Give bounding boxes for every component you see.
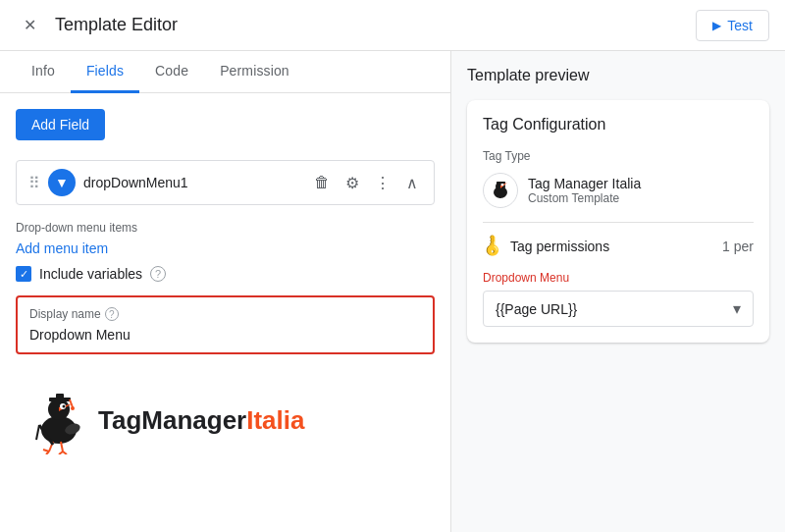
collapse-icon: ∧ — [406, 175, 418, 191]
dropdown-items-label: Drop-down menu items — [16, 221, 435, 235]
dropdown-select[interactable]: {{Page URL}} ▾ — [483, 291, 754, 327]
gear-field-button[interactable]: ⚙ — [341, 170, 363, 196]
logo-text-black: TagManager — [98, 405, 246, 435]
expand-icon: ▼ — [55, 175, 69, 190]
field-row: ⠿ ▼ dropDownMenu1 🗑 ⚙ ⋮ — [16, 160, 435, 362]
tag-subtitle: Custom Template — [528, 191, 641, 205]
svg-line-13 — [59, 452, 63, 454]
svg-line-14 — [63, 452, 67, 454]
left-panel: Info Fields Code Permission Add Field ⠿ … — [0, 51, 451, 532]
close-button[interactable]: ✕ — [16, 12, 43, 39]
dropdown-menu-label: Dropdown Menu — [483, 271, 754, 285]
play-icon: ▶ — [712, 19, 721, 32]
include-variables-checkbox[interactable]: ✓ — [16, 266, 31, 282]
tabs: Info Fields Code Permission — [0, 51, 450, 93]
logo-text: TagManagerItalia — [98, 407, 304, 433]
top-bar-left: ✕ Template Editor — [16, 12, 178, 39]
dropdown-arrow-icon: ▾ — [733, 299, 741, 318]
field-name-label: dropDownMenu1 — [83, 175, 302, 190]
field-expand-button[interactable]: ▼ — [48, 169, 76, 196]
page-title: Template Editor — [55, 15, 178, 35]
dropdown-menu-section: Dropdown Menu {{Page URL}} ▾ — [483, 271, 754, 327]
field-header: ⠿ ▼ dropDownMenu1 🗑 ⚙ ⋮ — [16, 160, 435, 205]
include-variables-label: Include variables — [39, 266, 142, 282]
svg-line-17 — [36, 425, 39, 440]
permissions-count: 1 per — [722, 239, 754, 254]
field-details: Drop-down menu items Add menu item ✓ Inc… — [16, 217, 435, 362]
tag-type-label: Tag Type — [483, 149, 754, 163]
tag-type-icon — [483, 173, 518, 208]
svg-point-4 — [63, 405, 66, 408]
svg-line-12 — [46, 452, 49, 454]
permissions-row: 🔑 Tag permissions 1 per — [483, 237, 754, 255]
svg-rect-22 — [497, 182, 505, 184]
more-icon: ⋮ — [375, 175, 391, 191]
tab-fields[interactable]: Fields — [71, 51, 139, 93]
tag-config-card: Tag Configuration Tag Type Tag Manager I… — [467, 100, 769, 343]
delete-field-button[interactable]: 🗑 — [310, 170, 334, 195]
permissions-label: Tag permissions — [510, 239, 714, 254]
tag-config-title: Tag Configuration — [483, 116, 754, 133]
tag-type-row: Tag Manager Italia Custom Template — [483, 173, 754, 223]
collapse-field-button[interactable]: ∧ — [402, 170, 422, 196]
checkbox-check-icon: ✓ — [20, 268, 28, 281]
logo-area: TagManagerItalia — [16, 370, 435, 470]
logo-text-orange: Italia — [246, 405, 304, 435]
display-name-help-icon[interactable]: ? — [105, 307, 119, 321]
test-button[interactable]: ▶ Test — [696, 10, 769, 41]
display-name-box: Display name ? — [16, 295, 435, 354]
drag-handle-icon[interactable]: ⠿ — [28, 174, 40, 192]
top-bar: ✕ Template Editor ▶ Test — [0, 0, 785, 51]
tab-permission[interactable]: Permission — [204, 51, 305, 93]
main-layout: Info Fields Code Permission Add Field ⠿ … — [0, 51, 785, 532]
tag-name: Tag Manager Italia — [528, 176, 641, 191]
display-name-input[interactable] — [29, 327, 421, 343]
tab-info[interactable]: Info — [16, 51, 71, 93]
display-name-label: Display name ? — [29, 307, 421, 321]
template-preview-header: Template preview — [451, 51, 785, 100]
test-button-label: Test — [727, 18, 753, 33]
logo-bird-icon — [31, 386, 90, 454]
more-field-button[interactable]: ⋮ — [371, 170, 394, 196]
add-menu-item-link[interactable]: Add menu item — [16, 240, 108, 256]
help-icon[interactable]: ? — [150, 266, 166, 282]
tag-type-info: Tag Manager Italia Custom Template — [528, 176, 641, 205]
field-actions: 🗑 ⚙ ⋮ ∧ — [310, 170, 422, 196]
close-icon: ✕ — [24, 16, 36, 34]
include-variables-row: ✓ Include variables ? — [16, 266, 435, 282]
tab-code[interactable]: Code — [139, 51, 204, 93]
key-icon: 🔑 — [479, 233, 506, 260]
add-field-button[interactable]: Add Field — [16, 109, 105, 140]
dropdown-select-value: {{Page URL}} — [496, 301, 577, 317]
svg-rect-6 — [56, 394, 64, 399]
right-panel: Template preview Tag Configuration Tag T… — [451, 51, 785, 532]
tmi-logo-icon — [489, 179, 512, 202]
delete-icon: 🗑 — [314, 174, 330, 190]
svg-point-8 — [71, 406, 75, 410]
left-content: Add Field ⠿ ▼ dropDownMenu1 🗑 ⚙ — [0, 93, 450, 532]
svg-line-7 — [70, 399, 73, 407]
gear-icon: ⚙ — [345, 175, 359, 191]
